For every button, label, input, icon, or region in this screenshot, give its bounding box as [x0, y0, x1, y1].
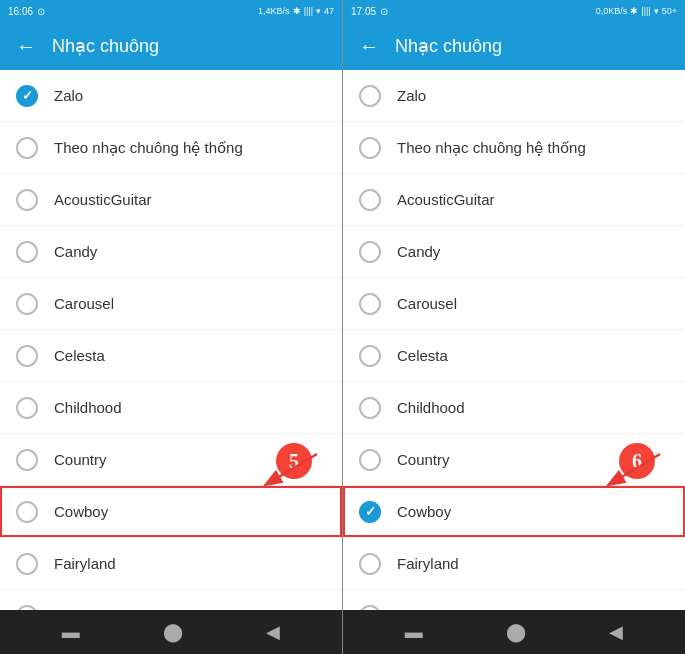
radio-carousel-2[interactable] [359, 293, 381, 315]
radio-zalo-1[interactable] [16, 85, 38, 107]
list-item[interactable]: Candy [343, 226, 685, 278]
radio-candy-2[interactable] [359, 241, 381, 263]
radio-carousel-1[interactable] [16, 293, 38, 315]
item-label-zalo-2: Zalo [397, 87, 426, 104]
radio-theo-1[interactable] [16, 137, 38, 159]
bluetooth-icon-2: ✱ [630, 6, 638, 16]
header-2: ← Nhạc chuông [343, 22, 685, 70]
item-label-cowboy-1: Cowboy [54, 503, 108, 520]
list-item[interactable]: Carousel [0, 278, 342, 330]
list-item[interactable]: Zalo [343, 70, 685, 122]
item-label-theo-2: Theo nhạc chuông hệ thống [397, 139, 586, 157]
list-item[interactable]: Carousel [343, 278, 685, 330]
radio-childhood-1[interactable] [16, 397, 38, 419]
list-item[interactable]: Zalo [0, 70, 342, 122]
radio-candy-1[interactable] [16, 241, 38, 263]
phone-panel-2: 17:05 ⊙ 0,0KB/s ✱ |||| ▾ 50+ ← Nhạc chuô… [343, 0, 685, 654]
bottom-nav-1: ▬ ⬤ ◀ [0, 610, 342, 654]
header-1: ← Nhạc chuông [0, 22, 342, 70]
item-label-celesta-1: Celesta [54, 347, 105, 364]
item-label-candy-1: Candy [54, 243, 97, 260]
status-bar-2: 17:05 ⊙ 0,0KB/s ✱ |||| ▾ 50+ [343, 0, 685, 22]
list-item[interactable]: Fairyland [343, 538, 685, 590]
back-button-1[interactable]: ← [16, 35, 36, 58]
list-item[interactable]: Childhood [0, 382, 342, 434]
radio-theo-2[interactable] [359, 137, 381, 159]
item-label-acoustic-1: AcousticGuitar [54, 191, 152, 208]
list-item[interactable]: AcousticGuitar [0, 174, 342, 226]
page-title-1: Nhạc chuông [52, 35, 159, 57]
list-item[interactable]: Theo nhạc chuông hệ thống [343, 122, 685, 174]
list-item[interactable]: AcousticGuitar [343, 174, 685, 226]
nav-back-icon-1[interactable]: ◀ [266, 621, 280, 643]
radio-country-1[interactable] [16, 449, 38, 471]
time-2: 17:05 [351, 6, 376, 17]
network-speed-2: 0,0KB/s [596, 6, 628, 16]
radio-acoustic-2[interactable] [359, 189, 381, 211]
item-label-fairyland-1: Fairyland [54, 555, 116, 572]
status-left-2: 17:05 ⊙ [351, 6, 388, 17]
radio-fairyland-2[interactable] [359, 553, 381, 575]
item-label-fantasy-1: Fantasy [54, 607, 107, 610]
list-item[interactable]: Fairyland [0, 538, 342, 590]
wifi-icon-2: ▾ [654, 6, 659, 16]
item-label-carousel-2: Carousel [397, 295, 457, 312]
radio-fairyland-1[interactable] [16, 553, 38, 575]
item-label-fairyland-2: Fairyland [397, 555, 459, 572]
status-left-1: 16:06 ⊙ [8, 6, 45, 17]
ringtone-list-1[interactable]: Zalo Theo nhạc chuông hệ thống AcousticG… [0, 70, 342, 610]
nav-home-icon-2[interactable]: ⬤ [506, 621, 526, 643]
list-item[interactable]: Theo nhạc chuông hệ thống [0, 122, 342, 174]
item-label-celesta-2: Celesta [397, 347, 448, 364]
nav-home-icon-1[interactable]: ⬤ [163, 621, 183, 643]
list-item[interactable]: Fantasy [0, 590, 342, 610]
item-label-childhood-1: Childhood [54, 399, 122, 416]
time-1: 16:06 [8, 6, 33, 17]
radio-zalo-2[interactable] [359, 85, 381, 107]
battery-icon-2: 50+ [662, 6, 677, 16]
radio-acoustic-1[interactable] [16, 189, 38, 211]
list-item[interactable]: Country [343, 434, 685, 486]
radio-celesta-1[interactable] [16, 345, 38, 367]
signal-icon-1: |||| [304, 6, 313, 16]
item-label-country-2: Country [397, 451, 450, 468]
info-icon-2: ⊙ [380, 6, 388, 17]
list-item[interactable]: Celesta [343, 330, 685, 382]
nav-menu-icon-2[interactable]: ▬ [405, 622, 423, 643]
radio-fantasy-1[interactable] [16, 605, 38, 611]
item-label-cowboy-2: Cowboy [397, 503, 451, 520]
item-label-zalo-1: Zalo [54, 87, 83, 104]
battery-icon-1: 47 [324, 6, 334, 16]
radio-cowboy-1[interactable] [16, 501, 38, 523]
nav-back-icon-2[interactable]: ◀ [609, 621, 623, 643]
radio-fantasy-2[interactable] [359, 605, 381, 611]
item-label-childhood-2: Childhood [397, 399, 465, 416]
item-label-theo-1: Theo nhạc chuông hệ thống [54, 139, 243, 157]
page-title-2: Nhạc chuông [395, 35, 502, 57]
list-item-cowboy-2[interactable]: Cowboy [343, 486, 685, 538]
item-label-acoustic-2: AcousticGuitar [397, 191, 495, 208]
list-item[interactable]: Country [0, 434, 342, 486]
back-button-2[interactable]: ← [359, 35, 379, 58]
radio-country-2[interactable] [359, 449, 381, 471]
radio-celesta-2[interactable] [359, 345, 381, 367]
list-item[interactable]: Childhood [343, 382, 685, 434]
radio-childhood-2[interactable] [359, 397, 381, 419]
list-item[interactable]: Candy [0, 226, 342, 278]
list-item[interactable]: Fantasy [343, 590, 685, 610]
item-label-country-1: Country [54, 451, 107, 468]
info-icon-1: ⊙ [37, 6, 45, 17]
item-label-candy-2: Candy [397, 243, 440, 260]
radio-cowboy-2[interactable] [359, 501, 381, 523]
bottom-nav-2: ▬ ⬤ ◀ [343, 610, 685, 654]
status-right-2: 0,0KB/s ✱ |||| ▾ 50+ [596, 6, 677, 16]
list-item[interactable]: Celesta [0, 330, 342, 382]
bluetooth-icon-1: ✱ [293, 6, 301, 16]
status-bar-1: 16:06 ⊙ 1,4KB/s ✱ |||| ▾ 47 [0, 0, 342, 22]
signal-icon-2: |||| [641, 6, 650, 16]
item-label-carousel-1: Carousel [54, 295, 114, 312]
nav-menu-icon-1[interactable]: ▬ [62, 622, 80, 643]
list-item-cowboy-1[interactable]: Cowboy [0, 486, 342, 538]
item-label-fantasy-2: Fantasy [397, 607, 450, 610]
ringtone-list-2[interactable]: Zalo Theo nhạc chuông hệ thống AcousticG… [343, 70, 685, 610]
